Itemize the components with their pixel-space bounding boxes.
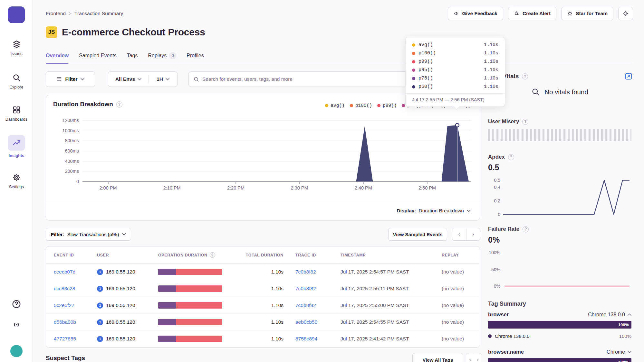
help-question-icon[interactable]: ?	[523, 226, 529, 232]
view-all-tags-button[interactable]: View All Tags	[412, 353, 463, 362]
breadcrumb-project[interactable]: Frontend	[46, 11, 66, 16]
filter-button[interactable]: Filter	[46, 71, 95, 87]
display-label: Display:	[397, 208, 416, 214]
tag-distribution-bar[interactable]: 100%	[488, 321, 631, 329]
sidebar-item-settings[interactable]: Settings	[0, 173, 33, 189]
view-sampled-events-button[interactable]: View Sampled Events	[388, 228, 447, 241]
event-id-link[interactable]: 47727855	[54, 336, 76, 342]
environment-selector[interactable]: All Envs	[108, 72, 149, 87]
help-question-icon[interactable]: ?	[508, 154, 514, 160]
breadcrumb-page: Transaction Summary	[74, 11, 123, 16]
app-sidebar: Issues Explore Dashboards Insights Setti	[0, 0, 33, 362]
user-avatar[interactable]	[10, 345, 23, 357]
trending-chart-icon	[8, 135, 25, 151]
star-icon	[567, 11, 573, 16]
trace-id-link[interactable]: aeb0cb50	[295, 319, 317, 325]
breadcrumb: Frontend > Transaction Summary	[46, 11, 123, 16]
previous-page-button[interactable]: ‹	[452, 228, 466, 240]
tab-overview[interactable]: Overview	[46, 47, 69, 64]
open-in-new-icon[interactable]	[624, 72, 633, 80]
tag-distribution-bar[interactable]: 100%	[488, 358, 631, 362]
legend-dot	[402, 104, 405, 107]
tooltip-row: p95()1.10s	[412, 67, 498, 73]
event-id-link[interactable]: dcc83c28	[54, 286, 75, 292]
trace-id-link[interactable]: 7c0b8f82	[295, 286, 316, 292]
megaphone-icon	[454, 11, 459, 16]
next-page-button[interactable]: ›	[474, 353, 482, 362]
settings-button[interactable]	[618, 7, 633, 20]
tag-legend-row: Chrome 138.0.0 100%	[488, 333, 631, 339]
chevron-down-icon	[166, 78, 169, 80]
broadcast-icon[interactable]	[12, 320, 21, 330]
tooltip-row: p75()1.10s	[412, 76, 498, 81]
event-id-link[interactable]: ceecb07d	[54, 269, 75, 275]
user-count-badge: 1	[97, 319, 103, 325]
chevron-down-icon	[122, 233, 126, 236]
star-for-team-button[interactable]: Star for Team	[561, 7, 613, 20]
apdex-chart[interactable]	[503, 179, 630, 215]
duration-chart[interactable]	[82, 120, 471, 181]
help-question-icon[interactable]: ?	[210, 252, 215, 258]
apdex-tick: 0	[487, 212, 500, 217]
tag-value-dropdown[interactable]: Chrome	[607, 349, 631, 355]
help-question-icon[interactable]: ?	[116, 101, 122, 107]
trace-id-link[interactable]: 7c0b8f82	[295, 302, 316, 308]
help-question-icon[interactable]: ?	[522, 119, 528, 125]
sidebar-item-insights[interactable]: Insights	[0, 135, 33, 158]
next-page-button[interactable]: ›	[466, 228, 480, 240]
search-icon	[531, 88, 540, 96]
search-icon	[12, 73, 21, 82]
tab-sampled-events[interactable]: Sampled Events	[79, 47, 117, 64]
duration-breakdown-panel: Duration Breakdown ? avg() p100() p99() …	[46, 95, 480, 220]
sentry-logo[interactable]	[8, 6, 25, 23]
event-id-link[interactable]: d56ba00b	[54, 319, 76, 325]
trace-id-link[interactable]: 7c0b8f82	[295, 269, 316, 275]
env-time-picker: All Envs 1H	[108, 71, 178, 87]
event-id-link[interactable]: 5c2e5f27	[54, 302, 74, 308]
trace-id-link[interactable]: 8758c894	[295, 336, 317, 342]
give-feedback-button[interactable]: Give Feedback	[448, 7, 503, 20]
tooltip-row: avg()1.10s	[412, 42, 498, 48]
tab-bar-divider	[46, 64, 632, 64]
sidebar-item-label: Issues	[11, 51, 23, 56]
breadcrumb-separator: >	[69, 11, 72, 16]
display-dropdown[interactable]: Duration Breakdown	[419, 208, 471, 214]
user-count-badge: 1	[97, 302, 103, 309]
sidebar-item-dashboards[interactable]: Dashboards	[0, 106, 33, 122]
failure-rate-chart[interactable]	[505, 254, 630, 287]
replays-count-badge: 0	[169, 52, 176, 59]
table-row: ceecb07d 1169.0.55.120 1.10s 7c0b8f82 Ju…	[46, 264, 480, 280]
previous-page-button[interactable]: ‹	[466, 353, 474, 362]
no-vitals-empty-state: No vitals found	[488, 88, 631, 96]
sidebar-item-label: Explore	[9, 85, 23, 89]
platform-js-badge: JS	[46, 26, 57, 38]
table-row: d56ba00b 1169.0.55.120 1.10s aeb0cb50 Ju…	[46, 314, 480, 330]
transaction-summary-page: Issues Explore Dashboards Insights Setti	[0, 0, 644, 362]
operation-duration-bar	[158, 285, 222, 292]
failure-rate-heading: Failure Rate ?	[488, 226, 529, 232]
table-header-row: EVENT ID USER OPERATION DURATION? TOTAL …	[46, 246, 480, 264]
time-range-selector[interactable]: 1H	[149, 72, 177, 87]
tag-value-dropdown[interactable]: Chrome 138.0.0	[588, 312, 631, 318]
user-count-badge: 1	[97, 286, 103, 292]
tab-tags[interactable]: Tags	[127, 47, 138, 64]
sidebar-item-label: Settings	[9, 185, 24, 189]
operation-duration-bar	[158, 336, 222, 342]
transactions-filter-dropdown[interactable]: Filter: Slow Transactions (p95)	[46, 228, 131, 241]
tooltip-row: p99()1.10s	[412, 59, 498, 64]
create-alert-button[interactable]: Create Alert	[508, 7, 556, 20]
apdex-tick: 0.2	[487, 198, 500, 203]
display-selector-row: Display: Duration Breakdown	[46, 201, 480, 220]
events-table: EVENT ID USER OPERATION DURATION? TOTAL …	[46, 246, 480, 348]
chart-tooltip: avg()1.10s p100()1.10s p99()1.10s p95()1…	[405, 37, 505, 107]
tab-replays[interactable]: Replays 0	[148, 47, 176, 64]
help-icon[interactable]	[12, 299, 21, 309]
sidebar-item-issues[interactable]: Issues	[0, 40, 33, 56]
help-question-icon[interactable]: ?	[522, 73, 528, 79]
legend-item: p100()	[350, 103, 372, 108]
operation-duration-bar	[158, 269, 222, 275]
tab-profiles[interactable]: Profiles	[187, 47, 204, 64]
header-actions: Give Feedback Create Alert Star for Team	[448, 7, 633, 20]
sidebar-item-explore[interactable]: Explore	[0, 73, 33, 89]
failure-tick: 0%	[487, 283, 500, 289]
